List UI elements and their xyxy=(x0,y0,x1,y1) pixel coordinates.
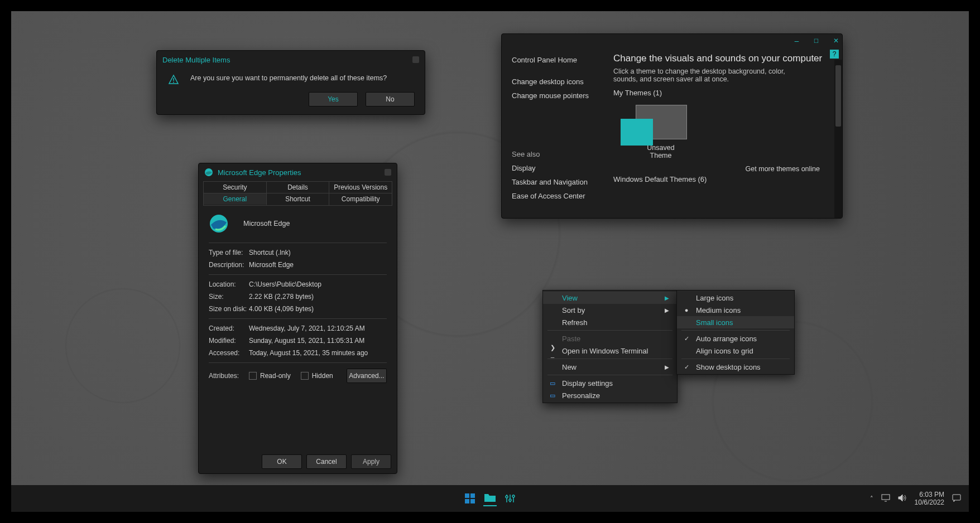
cp-home[interactable]: Control Panel Home xyxy=(512,53,612,67)
tab-previous-versions[interactable]: Previous Versions xyxy=(329,182,392,193)
taskbar: ˄ 6:03 PM 10/6/2022 xyxy=(11,485,969,512)
hidden-checkbox[interactable]: Hidden xyxy=(301,372,333,380)
monitor-icon: ▭ xyxy=(549,380,556,387)
accessed-label: Accessed: xyxy=(209,349,249,357)
check-icon: ✓ xyxy=(683,335,690,342)
menu-paste: Paste xyxy=(543,332,677,345)
menu-personalize[interactable]: ▭Personalize xyxy=(543,389,677,401)
svg-rect-4 xyxy=(465,493,469,498)
size-label: Size: xyxy=(209,293,249,301)
default-themes-label: Windows Default Themes (6) xyxy=(613,175,831,183)
ok-button[interactable]: OK xyxy=(262,454,302,469)
created-value: Wednesday, July 7, 2021, 12:10:25 AM xyxy=(249,325,365,332)
tab-general[interactable]: General xyxy=(204,193,267,205)
see-also-heading: See also xyxy=(512,147,612,161)
svg-rect-7 xyxy=(470,499,475,503)
type-value: Shortcut (.lnk) xyxy=(249,249,291,256)
tab-details[interactable]: Details xyxy=(267,182,330,193)
desktop[interactable]: Delete Multiple Items Are you sure you w… xyxy=(11,11,969,512)
help-icon[interactable]: ? xyxy=(830,50,839,59)
cp-heading: Change the visuals and sounds on your co… xyxy=(613,53,831,64)
theme-unsaved[interactable]: Unsaved Theme xyxy=(636,97,686,159)
start-button[interactable] xyxy=(463,492,477,505)
disk-label: Size on disk: xyxy=(209,305,249,313)
warning-icon xyxy=(167,73,180,86)
close-icon[interactable]: ✕ xyxy=(833,37,839,45)
cancel-button[interactable]: Cancel xyxy=(306,454,347,469)
dialog-message: Are you sure you want to permanently del… xyxy=(190,73,415,82)
attributes-label: Attributes: xyxy=(209,372,249,380)
close-icon[interactable] xyxy=(412,56,419,63)
file-name: Microsoft Edge xyxy=(243,220,290,227)
chevron-right-icon: ▶ xyxy=(665,307,669,313)
size-value: 2.22 KB (2,278 bytes) xyxy=(249,293,314,301)
chevron-right-icon: ▶ xyxy=(665,295,669,301)
no-button[interactable]: No xyxy=(366,92,415,106)
cp-desktop-icons[interactable]: Change desktop icons xyxy=(512,75,612,89)
modified-label: Modified: xyxy=(209,337,249,345)
taskbar-time[interactable]: 6:03 PM xyxy=(915,491,944,498)
disk-value: 4.00 KB (4,096 bytes) xyxy=(249,305,314,313)
control-panel-window: ‒ ☐ ✕ ? Control Panel Home Change deskto… xyxy=(501,33,843,219)
settings-sliders-icon[interactable] xyxy=(503,492,517,505)
desc-value: Microsoft Edge xyxy=(249,261,294,269)
advanced-button[interactable]: Advanced... xyxy=(347,369,387,383)
check-icon: ✓ xyxy=(683,364,690,371)
created-label: Created: xyxy=(209,325,249,332)
cp-display[interactable]: Display xyxy=(512,161,612,175)
menu-auto-arrange[interactable]: ✓Auto arrange icons xyxy=(677,332,794,345)
menu-show-desktop[interactable]: ✓Show desktop icons xyxy=(677,361,794,373)
menu-refresh[interactable]: Refresh xyxy=(543,316,677,328)
accessed-value: Today, August 15, 2021, 35 minutes ago xyxy=(249,349,368,357)
svg-point-12 xyxy=(509,499,511,501)
monitor-tray-icon[interactable] xyxy=(881,494,890,503)
menu-terminal[interactable]: ❯_Open in Windows Terminal xyxy=(543,345,677,357)
theme-name: Unsaved Theme xyxy=(636,144,686,159)
cp-mouse-pointers[interactable]: Change mouse pointers xyxy=(512,89,612,103)
svg-rect-6 xyxy=(465,499,469,503)
close-icon[interactable] xyxy=(385,169,391,176)
apply-button[interactable]: Apply xyxy=(351,454,391,469)
volume-icon[interactable] xyxy=(898,494,907,503)
taskbar-date[interactable]: 10/6/2022 xyxy=(915,498,944,506)
menu-sort-by[interactable]: Sort by▶ xyxy=(543,304,677,316)
get-more-themes[interactable]: Get more themes online xyxy=(746,165,820,173)
chevron-right-icon: ▶ xyxy=(665,364,669,370)
menu-view[interactable]: View▶ xyxy=(543,292,677,304)
menu-align-grid[interactable]: Align icons to grid xyxy=(677,345,794,357)
readonly-checkbox[interactable]: Read-only xyxy=(249,372,291,380)
location-label: Location: xyxy=(209,280,249,288)
menu-small-icons[interactable]: Small icons xyxy=(677,316,794,328)
file-explorer-icon[interactable] xyxy=(483,491,497,506)
menu-medium-icons[interactable]: ●Medium icons xyxy=(677,304,794,316)
scrollbar[interactable] xyxy=(834,60,842,218)
minimize-icon[interactable]: ‒ xyxy=(794,36,799,45)
yes-button[interactable]: Yes xyxy=(309,92,358,106)
tab-security[interactable]: Security xyxy=(204,182,267,193)
modified-value: Sunday, August 15, 2021, 11:05:31 AM xyxy=(249,337,364,345)
properties-title: Microsoft Edge Properties xyxy=(218,168,301,177)
tray-chevron-icon[interactable]: ˄ xyxy=(870,495,873,502)
menu-new[interactable]: New▶ xyxy=(543,361,677,373)
maximize-icon[interactable]: ☐ xyxy=(814,38,819,44)
notifications-icon[interactable] xyxy=(952,493,961,504)
cp-subheading: Click a theme to change the desktop back… xyxy=(613,67,803,83)
cp-ease-of-access[interactable]: Ease of Access Center xyxy=(512,189,612,203)
context-menu: View▶ Sort by▶ Refresh Paste ❯_Open in W… xyxy=(542,290,678,403)
my-themes-label: My Themes (1) xyxy=(613,89,831,97)
radio-selected-icon: ● xyxy=(683,307,690,313)
cp-taskbar-nav[interactable]: Taskbar and Navigation xyxy=(512,175,612,189)
menu-large-icons[interactable]: Large icons xyxy=(677,292,794,304)
menu-display-settings[interactable]: ▭Display settings xyxy=(543,377,677,389)
type-label: Type of file: xyxy=(209,249,249,256)
desc-label: Description: xyxy=(209,261,249,269)
delete-dialog: Delete Multiple Items Are you sure you w… xyxy=(156,50,425,115)
svg-point-1 xyxy=(173,82,174,83)
properties-window: Microsoft Edge Properties Security Detai… xyxy=(198,163,397,474)
context-submenu-view: Large icons ●Medium icons Small icons ✓A… xyxy=(676,290,795,375)
tab-compatibility[interactable]: Compatibility xyxy=(329,193,392,205)
tab-shortcut[interactable]: Shortcut xyxy=(267,193,330,205)
svg-point-11 xyxy=(506,496,508,498)
svg-rect-5 xyxy=(470,493,475,498)
dialog-title: Delete Multiple Items xyxy=(162,56,230,64)
